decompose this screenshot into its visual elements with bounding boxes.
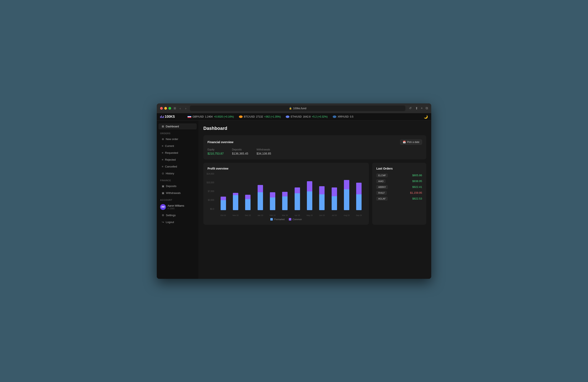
sidebar-item-current[interactable]: ≡ Current [158,143,197,149]
lock-icon: 🔒 [289,107,292,110]
dark-mode-toggle[interactable]: 🌙 [424,115,428,119]
y-label-0: $0.0 [210,208,216,210]
new-tab-icon[interactable]: + [421,106,423,110]
date-picker-button[interactable]: 📅 Pick a date [400,139,422,145]
order-row-aglaf: AGLAF$822.53 [376,197,422,201]
sidebar-current-label: Current [165,144,174,148]
common-segment [295,187,300,193]
forward-button[interactable]: › [184,106,187,111]
btcusd-price: 27132 [256,115,263,118]
cancelled-icon: ≡ [162,165,163,168]
current-icon: ≡ [162,144,163,148]
sidebar-history-label: History [166,172,174,175]
sidebar-item-logout[interactable]: ↪ Logout [158,219,197,225]
common-segment [356,183,362,194]
back-button[interactable]: ‹ [179,106,182,111]
x-label-jul-23: Jul 23 [329,214,340,216]
traffic-lights [160,107,171,110]
order-badge: AIAD [376,179,385,183]
app-logo: 100KS [160,115,181,119]
ticker-bar: 100KS GBP/USD 1.2404 +0.0020 (+0.16%) BT… [157,113,431,121]
avatar: AW [160,204,166,210]
sidebar-rejected-label: Rejected [165,158,176,161]
bar-group-jan-23 [254,185,266,210]
premarket-segment [295,193,300,210]
sidebar-item-history[interactable]: ⊙ History [158,170,197,177]
common-segment [319,186,325,194]
main-content: Dashboard Financial overview 📅 Pick a da… [198,121,431,279]
new-order-icon: ⊕ [162,137,164,141]
order-value: $1,159.95 [410,191,422,194]
equity-label: Equity [208,148,224,151]
gbp-flag [188,115,191,118]
finance-section-label: Finance [157,177,198,182]
order-badge: RHILF [376,191,387,195]
x-label-feb-23: Feb 23 [267,214,278,216]
financial-stats: Equity $210,753.87 Deposits $136,365.45 … [208,148,422,155]
common-legend-label: Common [293,218,302,221]
y-axis: $14,000 $10,500 $7,000 $3,500 $0.0 [208,173,217,214]
charts-row: Profit overview $14,000 $10,500 $7,000 $… [203,163,426,228]
orders-section-label: Orders [157,130,198,135]
sidebar-logout-label: Logout [166,221,174,224]
sidebar-withdrawals-label: Withdrawals [166,191,181,195]
premarket-segment [270,198,275,210]
minimize-button[interactable] [164,107,167,110]
order-row-abbny: ABBNY$922.41 [376,185,422,189]
user-info: AW Aaron Williams # 2365 [157,203,198,211]
sidebar-item-deposits[interactable]: ▣ Deposits [158,183,197,189]
sidebar-item-rejected[interactable]: ≡ Rejected [158,157,197,163]
history-icon: ⊙ [162,172,164,175]
x-label-nov-22: Nov 22 [230,214,241,216]
chart-legend: Premarket Common [208,218,365,221]
orders-list: ELCMF$805.86AIAD$938.95ABBNY$922.41RHILF… [376,174,422,201]
order-value: $922.41 [412,185,422,188]
bar-group-dec-22 [242,195,254,210]
date-picker-label: Pick a date [407,141,419,144]
browser-chrome: ⊞ ‹ › 🔒 100ks.fund ↺ ⬆ + ⧉ [157,103,431,113]
x-label-jun-23: Jun 23 [316,214,328,216]
x-label-may-23: May 23 [304,214,315,216]
share-icon[interactable]: ⬆ [415,106,418,110]
sidebar-toggle-button[interactable]: ⊞ [174,107,176,110]
chart-bars [217,173,365,214]
close-button[interactable] [160,107,163,110]
sidebar-item-withdrawals[interactable]: ▣ Withdrawals [158,190,197,196]
y-label-10500: $10,500 [207,181,216,184]
premarket-segment [233,195,238,210]
eth-icon [286,115,289,118]
ticker-gbpusd: GBP/USD 1.2404 +0.0020 (+0.16%) [188,115,234,118]
tabs-icon[interactable]: ⧉ [426,106,428,110]
withdrawals-icon: ▣ [162,191,164,195]
sidebar-cancelled-label: Cancelled [165,165,177,168]
y-label-14000: $14,000 [207,173,216,175]
financial-overview-card: Financial overview 📅 Pick a date Equity … [203,135,426,159]
sidebar-item-dashboard[interactable]: ⊞ Dashboard [158,123,197,129]
rejected-icon: ≡ [162,158,163,161]
common-segment [332,187,337,196]
x-label-mar-23: Mar 23 [279,214,291,216]
premarket-segment [356,194,362,210]
profit-overview-card: Profit overview $14,000 $10,500 $7,000 $… [203,163,369,225]
legend-premarket: Premarket [270,218,285,221]
sidebar-item-settings[interactable]: ⚙ Settings [158,212,197,218]
bar-group-may-23 [304,181,315,210]
common-segment [344,180,349,189]
settings-icon: ⚙ [162,214,164,217]
y-label-7000: $7,000 [208,190,216,192]
ethusd-change: +5.2 (+0.32%) [312,115,328,118]
reload-button[interactable]: ↺ [408,106,413,111]
gbpusd-symbol: GBP/USD [192,115,204,118]
maximize-button[interactable] [168,107,171,110]
x-label-sep-23: Sep 23 [353,214,365,216]
sidebar-item-new-order[interactable]: ⊕ New order [158,136,197,142]
sidebar-item-requested[interactable]: ≡ Requested [158,150,197,156]
user-details: Aaron Williams # 2365 [168,204,184,210]
ethusd-symbol: ETH/USD [291,115,302,118]
address-bar[interactable]: 🔒 100ks.fund [190,106,405,111]
profit-overview-title: Profit overview [208,167,365,170]
xrpusd-symbol: XRP/USD [338,115,349,118]
order-row-elcmf: ELCMF$805.86 [376,174,422,177]
bar-group-oct-22 [217,197,229,210]
sidebar-item-cancelled[interactable]: ≡ Cancelled [158,163,197,170]
